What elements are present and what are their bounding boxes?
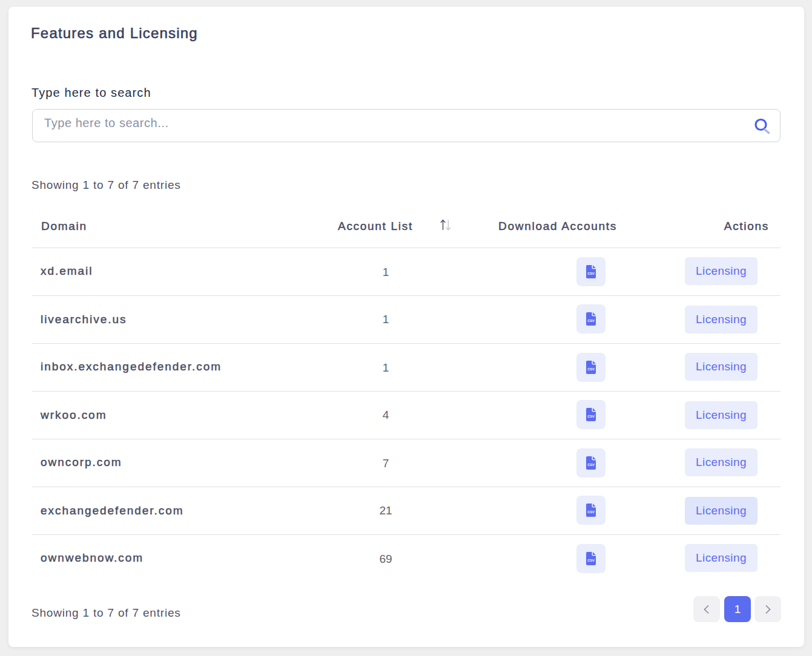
- svg-text:CSV: CSV: [587, 510, 595, 514]
- svg-text:CSV: CSV: [587, 272, 595, 275]
- svg-text:CSV: CSV: [587, 415, 595, 418]
- svg-text:CSV: CSV: [587, 559, 595, 562]
- svg-text:CSV: CSV: [587, 463, 595, 467]
- svg-text:CSV: CSV: [587, 367, 595, 371]
- svg-text:CSV: CSV: [587, 319, 595, 323]
